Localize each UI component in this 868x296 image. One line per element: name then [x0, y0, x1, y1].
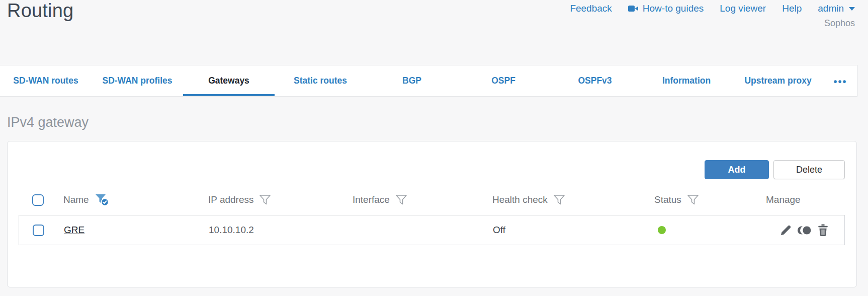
tab-gateways[interactable]: Gateways: [183, 65, 275, 96]
column-header-health-check: Health check: [492, 194, 548, 205]
page-title: Routing: [7, 0, 73, 22]
help-link[interactable]: Help: [782, 3, 802, 14]
tab-static-routes[interactable]: Static routes: [275, 65, 366, 96]
video-camera-icon: [628, 5, 639, 13]
brand-label: Sophos: [824, 18, 855, 29]
column-header-status: Status: [654, 194, 681, 205]
table-header-row: Name IP address Interface: [19, 188, 845, 211]
column-header-interface: Interface: [353, 194, 390, 205]
ipv4-gateway-panel: Add Delete Name IP address: [7, 141, 857, 287]
tab-bar: SD-WAN routes SD-WAN profiles Gateways S…: [0, 65, 857, 97]
column-header-manage: Manage: [766, 194, 801, 205]
feedback-link[interactable]: Feedback: [570, 3, 612, 14]
gateway-health-check: Off: [493, 225, 505, 236]
tab-ospfv3[interactable]: OSPFv3: [549, 65, 641, 96]
tab-sd-wan-profiles[interactable]: SD-WAN profiles: [92, 65, 183, 96]
column-header-ip-address: IP address: [208, 194, 253, 205]
top-nav: Feedback How-to guides Log viewer Help a…: [570, 3, 855, 14]
edit-icon[interactable]: [779, 224, 792, 237]
filter-icon[interactable]: [553, 194, 565, 205]
chevron-down-icon: [849, 7, 855, 11]
filter-icon[interactable]: [687, 194, 699, 205]
log-viewer-link[interactable]: Log viewer: [720, 3, 766, 14]
table-row: GRE 10.10.10.2 Off: [19, 215, 845, 245]
filter-icon[interactable]: [395, 194, 407, 205]
tab-overflow-button[interactable]: •••: [824, 65, 857, 96]
select-all-checkbox[interactable]: [32, 194, 44, 206]
main-content: IPv4 gateway Add Delete Name IP address: [0, 97, 868, 287]
row-checkbox[interactable]: [33, 225, 44, 236]
table-toolbar: Add Delete: [8, 141, 856, 179]
page-header: Routing Feedback How-to guides Log viewe…: [0, 0, 868, 65]
status-up-indicator: [658, 226, 666, 234]
column-header-name: Name: [63, 194, 89, 205]
filter-active-icon[interactable]: [95, 193, 110, 207]
tab-ospf[interactable]: OSPF: [458, 65, 549, 96]
tab-bgp[interactable]: BGP: [366, 65, 458, 96]
admin-menu-button[interactable]: admin: [818, 3, 855, 14]
tab-information[interactable]: Information: [641, 65, 732, 96]
delete-button[interactable]: Delete: [773, 160, 845, 179]
add-button[interactable]: Add: [705, 160, 769, 179]
tab-sd-wan-routes[interactable]: SD-WAN routes: [0, 65, 92, 96]
gateway-ip-address: 10.10.10.2: [209, 225, 254, 236]
gateway-name-link[interactable]: GRE: [64, 225, 84, 236]
clone-icon[interactable]: [797, 225, 812, 236]
section-heading: IPv4 gateway: [7, 115, 868, 130]
howto-guides-link[interactable]: How-to guides: [628, 3, 704, 14]
row-actions: [760, 224, 845, 237]
tab-upstream-proxy[interactable]: Upstream proxy: [732, 65, 824, 96]
delete-icon[interactable]: [817, 224, 829, 237]
filter-icon[interactable]: [259, 194, 271, 205]
